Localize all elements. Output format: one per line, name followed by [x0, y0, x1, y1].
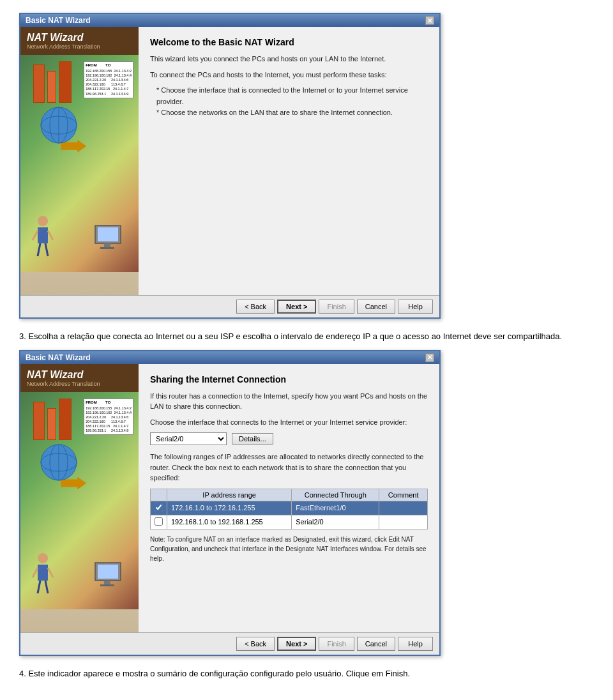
- building-2a: [33, 402, 45, 440]
- row1-comment: [379, 501, 428, 515]
- building-3: [59, 61, 72, 103]
- nat-illustration-2: FROM TO 192.168.200.155 24.1.13.4:2 192.…: [20, 392, 139, 609]
- note-text-2: Note: To configure NAT on an interface m…: [150, 535, 428, 563]
- back-button-1[interactable]: < Back: [236, 300, 275, 314]
- row2-comment: [379, 515, 428, 529]
- svg-line-4: [38, 243, 40, 256]
- network-table-body: 172.16.1.0 to 172.16.1.255 FastEthernet1…: [151, 501, 428, 529]
- details-button[interactable]: Details...: [232, 433, 273, 445]
- network-table-header: IP address range Connected Through Comme…: [151, 489, 428, 501]
- dialog-window-1: Basic NAT Wizard ✕ NAT Wizard Network Ad…: [19, 13, 441, 319]
- row1-ip-range: 172.16.1.0 to 172.16.1.255: [167, 501, 292, 515]
- svg-point-14: [38, 553, 48, 563]
- svg-rect-15: [38, 565, 48, 581]
- next-button-1[interactable]: Next >: [277, 300, 316, 314]
- row1-connected: FastEthernet1/0: [292, 501, 379, 515]
- wizard-para2-2: Choose the interface that connects to th…: [150, 417, 428, 428]
- nat-table-overlay: FROM TO 192.168.200.155 24.1.13.4:2 192.…: [84, 61, 133, 98]
- wizard-para3-2: The following ranges of IP addresses are…: [150, 452, 428, 483]
- network-table: IP address range Connected Through Comme…: [150, 489, 428, 529]
- wizard-left-panel-2: NAT Wizard Network Address Translation F…: [20, 364, 139, 632]
- svg-rect-7: [98, 227, 118, 241]
- person-figure-1: [30, 215, 56, 259]
- row1-checkbox-cell[interactable]: [151, 501, 167, 515]
- wizard-para1-2: If this router has a connection to the I…: [150, 391, 428, 412]
- wizard-para1-1: This wizard lets you connect the PCs and…: [150, 54, 428, 65]
- wizard-right-panel-2: Sharing the Internet Connection If this …: [139, 364, 439, 632]
- wizard-bullet2-1: * Choose the networks on the LAN that ar…: [156, 107, 428, 119]
- wizard-logo-area-2: NAT Wizard Network Address Translation: [20, 364, 139, 392]
- network-table-header-row: IP address range Connected Through Comme…: [151, 489, 428, 501]
- cancel-button-2[interactable]: Cancel: [357, 637, 395, 651]
- monitor-figure-1: [94, 224, 126, 256]
- dialog-titlebar-1: Basic NAT Wizard ✕: [20, 14, 439, 27]
- svg-rect-9: [100, 247, 114, 249]
- wizard-right-panel-1: Welcome to the Basic NAT Wizard This wiz…: [139, 27, 439, 295]
- svg-line-5: [45, 243, 48, 256]
- help-button-2[interactable]: Help: [398, 637, 433, 651]
- wizard-logo-area-1: NAT Wizard Network Address Translation: [20, 27, 139, 55]
- wizard-logo-title-1: NAT Wizard: [27, 32, 132, 43]
- back-button-2[interactable]: < Back: [236, 637, 275, 651]
- monitor-figure-2: [94, 561, 126, 593]
- person-figure-2: [30, 552, 56, 597]
- checkbox-header: [151, 489, 167, 501]
- dialog-window-2: Basic NAT Wizard ✕ NAT Wizard Network Ad…: [19, 350, 441, 656]
- interface-select-row: Serial2/0 Details...: [150, 432, 428, 445]
- svg-line-17: [48, 568, 53, 577]
- wizard-bullet1-1: * Choose the interface that is connected…: [156, 85, 428, 107]
- svg-rect-22: [104, 581, 110, 584]
- table-row[interactable]: 192.168.1.0 to 192.168.1.255 Serial2/0: [151, 515, 428, 529]
- building-2b: [47, 408, 56, 440]
- next-button-2[interactable]: Next >: [277, 637, 316, 651]
- finish-button-1[interactable]: Finish: [319, 300, 354, 314]
- step4-text: 4. Este indicador aparece e mostra o sum…: [19, 667, 594, 681]
- table-row[interactable]: 172.16.1.0 to 172.16.1.255 FastEthernet1…: [151, 501, 428, 515]
- building-1: [33, 65, 45, 103]
- finish-button-2[interactable]: Finish: [319, 637, 354, 651]
- svg-line-2: [33, 231, 38, 240]
- building-2c: [59, 399, 72, 440]
- step3-text: 3. Escolha a relação que conecta ao Inte…: [19, 330, 594, 344]
- dialog-buttons-1: < Back Next > Finish Cancel Help: [20, 295, 439, 317]
- svg-line-3: [48, 231, 53, 240]
- wizard-logo-subtitle-2: Network Address Translation: [27, 381, 132, 387]
- svg-rect-21: [98, 565, 118, 579]
- wizard-heading-1: Welcome to the Basic NAT Wizard: [150, 37, 428, 47]
- svg-line-19: [45, 581, 48, 593]
- cancel-button-1[interactable]: Cancel: [357, 300, 395, 314]
- wizard-heading-2: Sharing the Internet Connection: [150, 374, 428, 384]
- row2-connected: Serial2/0: [292, 515, 379, 529]
- globe-figure-1: [40, 106, 78, 144]
- wizard-graphic-1: FROM TO 192.168.200.155 24.1.13.4:2 192.…: [20, 55, 139, 272]
- nat-table-overlay-2: FROM TO 192.168.200.155 24.1.13.4:2 192.…: [84, 399, 133, 436]
- row2-ip-range: 192.168.1.0 to 192.168.1.255: [167, 515, 292, 529]
- nat-illustration-1: FROM TO 192.168.200.155 24.1.13.4:2 192.…: [20, 55, 139, 272]
- building-2: [47, 71, 56, 103]
- row2-checkbox-cell[interactable]: [151, 515, 167, 529]
- wizard-graphic-2: FROM TO 192.168.200.155 24.1.13.4:2 192.…: [20, 392, 139, 609]
- wizard-para2-1: To connect the PCs and hosts to the Inte…: [150, 70, 428, 80]
- globe-figure-2: [40, 443, 78, 482]
- close-button-2[interactable]: ✕: [425, 353, 434, 362]
- svg-line-18: [38, 581, 40, 593]
- help-button-1[interactable]: Help: [398, 300, 433, 314]
- svg-point-0: [38, 216, 48, 226]
- row1-checkbox[interactable]: [155, 503, 163, 512]
- wizard-logo-title-2: NAT Wizard: [27, 369, 132, 381]
- page-content: Basic NAT Wizard ✕ NAT Wizard Network Ad…: [0, 0, 613, 694]
- dialog-title-2: Basic NAT Wizard: [26, 353, 91, 362]
- interface-select[interactable]: Serial2/0: [150, 432, 227, 445]
- wizard-logo-subtitle-1: Network Address Translation: [27, 43, 132, 50]
- svg-rect-1: [38, 227, 48, 243]
- svg-line-16: [33, 568, 38, 577]
- row2-checkbox[interactable]: [155, 517, 163, 526]
- dialog-buttons-2: < Back Next > Finish Cancel Help: [20, 632, 439, 655]
- wizard-left-panel-1: NAT Wizard Network Address Translation F…: [20, 27, 139, 295]
- close-button-1[interactable]: ✕: [425, 16, 434, 25]
- comment-header: Comment: [379, 489, 428, 501]
- ip-range-header: IP address range: [167, 489, 292, 501]
- dialog-titlebar-2: Basic NAT Wizard ✕: [20, 351, 439, 364]
- dialog-title-1: Basic NAT Wizard: [26, 16, 91, 25]
- connected-through-header: Connected Through: [292, 489, 379, 501]
